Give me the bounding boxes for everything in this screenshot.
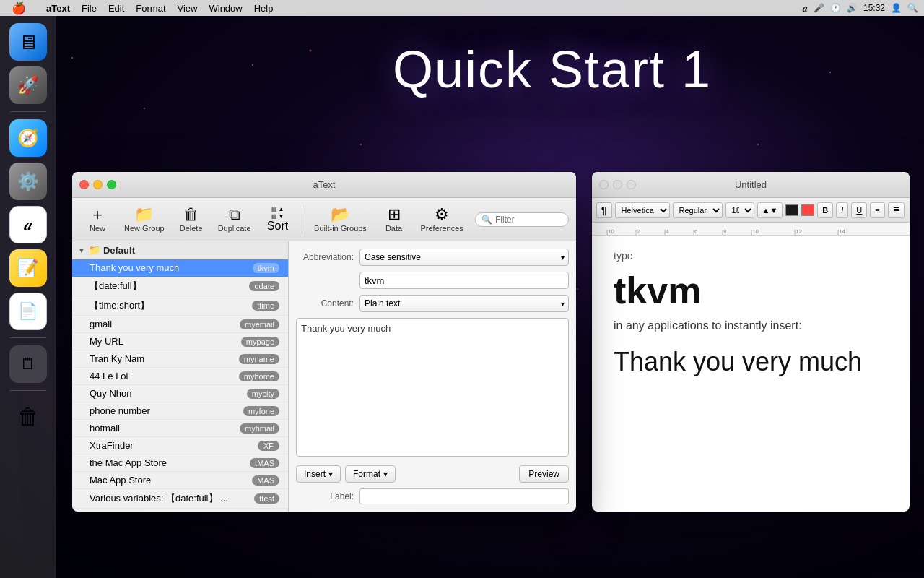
menu-app-name[interactable]: aText: [40, 0, 76, 16]
list-item[interactable]: My URL mypage: [72, 333, 288, 350]
microphone-icon[interactable]: 🎤: [814, 3, 824, 13]
list-item[interactable]: XtraFinder XF: [72, 437, 288, 454]
italic-button[interactable]: I: [836, 202, 848, 218]
list-item[interactable]: phone number myfone: [72, 402, 288, 420]
menu-window[interactable]: Window: [203, 0, 248, 16]
item-name: Mac App Store: [90, 475, 252, 486]
duplicate-button[interactable]: ⧉ Duplicate: [212, 202, 257, 237]
content-type-select[interactable]: Plain text: [359, 295, 569, 312]
toolbar-separator-1: [302, 205, 302, 234]
new-label: New: [90, 224, 105, 233]
dock-finder[interactable]: 🖥: [9, 23, 47, 61]
align-right-button[interactable]: ≣: [888, 202, 905, 218]
dock-textedit[interactable]: 📄: [9, 293, 47, 330]
editor-window-title: Untitled: [735, 179, 767, 190]
editor-close-button[interactable]: [599, 180, 609, 189]
words-subgroup[interactable]: ▶ 📁 Words: [72, 509, 288, 512]
menubar-right: 𝒂 🎤 🕐 🔊 15:32 👤 🔍: [803, 2, 918, 14]
dock-trash[interactable]: 🗑: [9, 398, 47, 436]
menu-help[interactable]: Help: [248, 0, 279, 16]
label-field-label: Label:: [296, 491, 354, 501]
font-size-select[interactable]: 18: [725, 202, 754, 218]
list-item[interactable]: Various variables: 【date:full】 ... ttest: [72, 489, 288, 509]
font-select[interactable]: Helvetica: [615, 202, 670, 218]
content-text-area[interactable]: Thank you very much: [296, 318, 569, 457]
item-name: 【date:full】: [90, 280, 249, 293]
label-input[interactable]: [359, 488, 569, 504]
new-button[interactable]: ＋ New: [79, 202, 116, 237]
list-item[interactable]: gmail myemail: [72, 316, 288, 333]
text-color-swatch[interactable]: [785, 204, 798, 216]
abbrev-display: tkvm: [614, 269, 888, 312]
sort-button[interactable]: ▤ ▲ ▤ ▼ Sort: [260, 202, 296, 237]
dock-notes[interactable]: 📝: [9, 249, 47, 287]
apple-menu[interactable]: 🍎: [6, 0, 32, 16]
close-button[interactable]: [79, 180, 89, 189]
dock-atext[interactable]: 𝒂: [9, 206, 47, 243]
item-badge: MAS: [252, 475, 279, 486]
list-item[interactable]: hotmail myhmail: [72, 420, 288, 437]
case-sensitive-select[interactable]: Case sensitive: [359, 249, 569, 266]
editor-body[interactable]: type tkvm in any applications to instant…: [592, 236, 910, 512]
menu-file[interactable]: File: [76, 0, 103, 16]
new-group-button[interactable]: 📁 New Group: [118, 202, 170, 237]
delete-button[interactable]: 🗑 Delete: [173, 202, 209, 237]
paragraph-style-button[interactable]: ¶: [596, 202, 612, 218]
filter-input[interactable]: [495, 215, 562, 225]
volume-icon[interactable]: 🔊: [847, 3, 858, 13]
list-item[interactable]: the Mac App Store tMAS: [72, 454, 288, 472]
abbreviation-row: Abbreviation: Case sensitive: [296, 249, 569, 266]
editor-titlebar: Untitled: [592, 172, 910, 198]
font-style-select[interactable]: Regular: [673, 202, 723, 218]
bold-button[interactable]: B: [817, 202, 833, 218]
highlight-color-swatch[interactable]: [801, 204, 814, 216]
list-item[interactable]: 【date:full】 ddate: [72, 277, 288, 296]
font-size-stepper[interactable]: ▲▼: [757, 202, 783, 218]
filter-field[interactable]: 🔍: [475, 212, 569, 227]
list-item[interactable]: Tran Ky Nam myname: [72, 350, 288, 368]
duplicate-label: Duplicate: [218, 224, 251, 233]
list-item[interactable]: Quy Nhon mycity: [72, 385, 288, 402]
bottom-bar: Insert ▾ Format ▾ Preview: [296, 462, 569, 483]
content-text: Thank you very much: [301, 323, 391, 334]
list-item[interactable]: 【time:short】 ttime: [72, 296, 288, 316]
preview-button[interactable]: Preview: [519, 465, 569, 483]
dock-launchpad[interactable]: 🚀: [9, 66, 47, 104]
insert-button[interactable]: Insert ▾: [296, 465, 341, 483]
list-item[interactable]: Thank you very much tkvm: [72, 259, 288, 277]
type-hint-text: type: [614, 250, 888, 262]
data-button[interactable]: ⊞ Data: [376, 202, 412, 237]
label-row: Label:: [296, 488, 569, 504]
list-item[interactable]: Mac App Store MAS: [72, 472, 288, 489]
dock-system-prefs[interactable]: ⚙️: [9, 163, 47, 200]
content-label: Content:: [296, 298, 354, 309]
align-left-button[interactable]: ≡: [870, 202, 884, 218]
item-name: 44 Le Loi: [90, 371, 239, 381]
dock-safari[interactable]: 🧭: [9, 119, 47, 157]
editor-minimize-button[interactable]: [613, 180, 622, 189]
menu-format[interactable]: Format: [130, 0, 171, 16]
default-group-header[interactable]: ▼ 📁 Default: [72, 241, 288, 259]
dock-separator-2: [10, 337, 46, 338]
search-icon[interactable]: 🔍: [907, 3, 918, 13]
atext-menubar-icon[interactable]: 𝒂: [803, 2, 808, 14]
list-item[interactable]: 44 Le Loi myhome: [72, 368, 288, 385]
editor-maximize-button[interactable]: [627, 180, 636, 189]
menu-view[interactable]: View: [172, 0, 204, 16]
menubar: 🍎 aText File Edit Format View Window Hel…: [0, 0, 924, 16]
item-name: My URL: [90, 336, 241, 347]
dock-textedit-2[interactable]: 🗒: [9, 345, 47, 383]
user-icon[interactable]: 👤: [891, 3, 902, 13]
result-text-display: Thank you very much: [614, 347, 888, 377]
abbreviation-input[interactable]: [359, 272, 569, 289]
format-button[interactable]: Format ▾: [345, 465, 396, 483]
preferences-button[interactable]: ⚙ Preferences: [415, 202, 469, 237]
maximize-button[interactable]: [107, 180, 116, 189]
dock: 🖥 🚀 🧭 ⚙️ 𝒂 📝 📄 🗒 🗑: [0, 16, 56, 578]
clock-menubar-icon[interactable]: 🕐: [830, 3, 841, 13]
menu-edit[interactable]: Edit: [103, 0, 130, 16]
underline-button[interactable]: U: [851, 202, 867, 218]
built-in-groups-button[interactable]: 📂 Built-in Groups: [308, 202, 373, 237]
minimize-button[interactable]: [93, 180, 103, 189]
preferences-label: Preferences: [421, 224, 463, 233]
